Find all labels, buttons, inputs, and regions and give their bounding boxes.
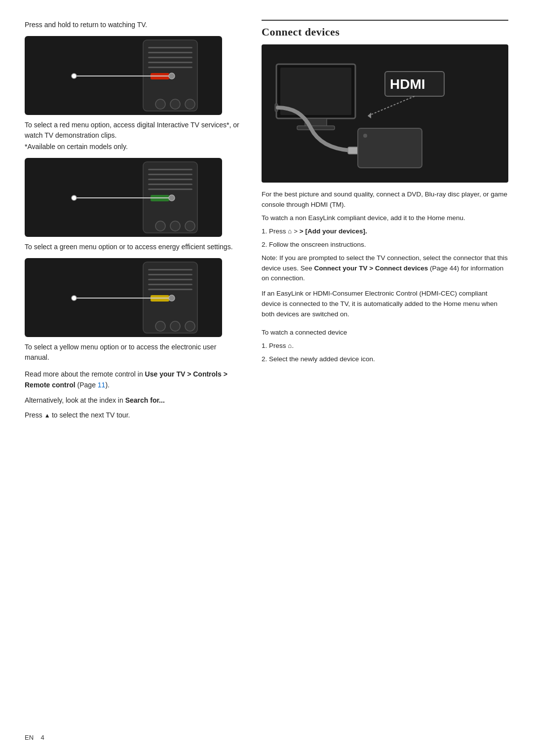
red-remote-illustration [25, 36, 222, 115]
press-triangle-text: Press ▲ to select the next TV tour. [25, 410, 242, 420]
svg-rect-18 [148, 189, 192, 190]
footer-page: 4 [41, 734, 44, 741]
top-caption: Press and hold to return to watching TV. [25, 20, 242, 30]
yellow-caption: To select a yellow menu option or to acc… [25, 342, 242, 363]
watch-step2: 2. Select the newly added device icon. [262, 354, 508, 365]
hdmi-illustration: HDMI [262, 44, 508, 183]
svg-point-35 [72, 296, 76, 301]
triangle-icon: ▲ [44, 412, 52, 419]
step2-follow: 2. Follow the onscreen instructions. [262, 240, 508, 250]
right-column: Connect devices [262, 20, 508, 736]
svg-rect-42 [297, 126, 335, 130]
svg-point-20 [169, 195, 175, 201]
footer-lang: EN [25, 734, 34, 741]
svg-point-12 [185, 99, 195, 109]
top-divider [262, 20, 508, 21]
svg-rect-5 [148, 67, 192, 68]
svg-rect-3 [148, 57, 192, 58]
svg-point-9 [72, 74, 76, 78]
svg-point-7 [169, 73, 175, 79]
green-caption: To select a green menu option or to acce… [25, 242, 242, 252]
yellow-remote-illustration [25, 258, 222, 337]
svg-rect-16 [148, 179, 192, 180]
svg-point-46 [363, 134, 367, 138]
svg-point-38 [185, 321, 195, 331]
svg-rect-28 [148, 274, 192, 275]
easylink-auto-add: If an EasyLink or HDMI-Consumer Electron… [262, 289, 508, 320]
svg-point-36 [155, 321, 165, 331]
svg-rect-45 [358, 128, 422, 168]
svg-line-49 [368, 96, 415, 116]
svg-point-37 [170, 321, 180, 331]
svg-rect-15 [148, 174, 192, 175]
page: Press and hold to return to watching TV. [0, 0, 533, 756]
watch-step1: 1. Press ⌂. [262, 341, 508, 351]
svg-rect-29 [148, 279, 192, 280]
svg-point-33 [169, 295, 175, 301]
svg-rect-4 [148, 62, 192, 63]
svg-rect-17 [148, 184, 192, 185]
search-ref: Alternatively, look at the index in Sear… [25, 395, 242, 406]
footer: EN 4 [25, 734, 44, 741]
easylink-add-desc: To watch a non EasyLink compliant device… [262, 213, 508, 224]
svg-rect-30 [148, 284, 192, 285]
svg-rect-14 [148, 169, 192, 170]
step1-add-devices: 1. Press ⌂ > > [Add your devices]. [262, 227, 508, 237]
red-caption: To select a red menu option, access digi… [25, 120, 242, 152]
svg-text:HDMI: HDMI [390, 76, 425, 92]
remote-control-ref: Read more about the remote control in Us… [25, 369, 242, 391]
svg-point-24 [170, 221, 180, 231]
svg-point-23 [155, 221, 165, 231]
svg-rect-27 [148, 269, 192, 270]
home-icon-step1: ⌂ [288, 227, 292, 235]
hdmi-description: For the best picture and sound quality, … [262, 189, 508, 210]
svg-rect-31 [148, 289, 192, 290]
svg-rect-1 [148, 47, 192, 48]
svg-point-25 [185, 221, 195, 231]
svg-point-11 [170, 99, 180, 109]
svg-point-22 [72, 195, 76, 200]
section-title: Connect devices [262, 26, 508, 38]
svg-rect-2 [148, 52, 192, 53]
note-text: Note: If you are prompted to select the … [262, 253, 508, 284]
watch-connected-label: To watch a connected device [262, 328, 508, 338]
svg-point-10 [155, 99, 165, 109]
green-remote-illustration [25, 158, 222, 237]
left-column: Press and hold to return to watching TV. [25, 20, 242, 736]
svg-marker-50 [368, 113, 371, 118]
